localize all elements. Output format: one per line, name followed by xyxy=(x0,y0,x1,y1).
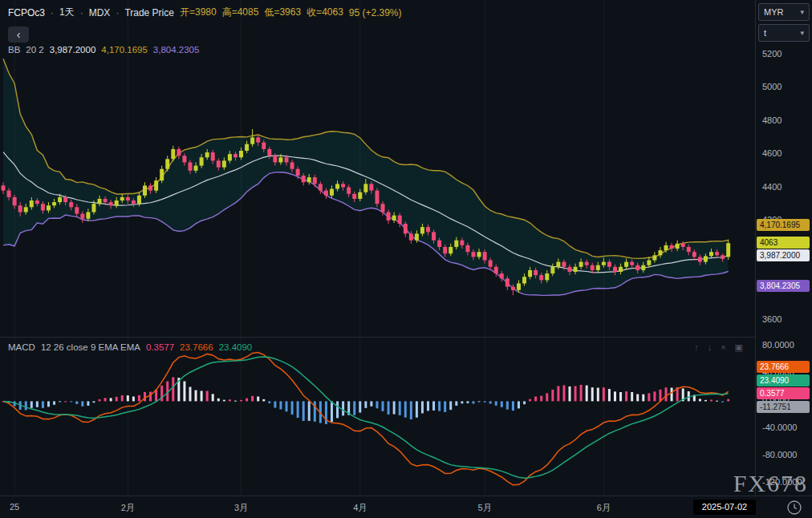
unit-value: t xyxy=(764,28,766,38)
chevron-down-icon: ▾ xyxy=(800,8,804,16)
time-axis-label: 25 xyxy=(0,502,30,512)
change-value: 95 (+2.39%) xyxy=(349,7,402,18)
pane-controls: ↑ ↓ × ▣ xyxy=(694,342,743,353)
bb-basis-value: 3,987.2000 xyxy=(50,45,96,55)
high-value: 4085 xyxy=(238,6,259,18)
macd-axis-tick: -40.0000 xyxy=(762,423,797,432)
open-label: 开= xyxy=(180,6,195,18)
move-pane-up-icon[interactable]: ↑ xyxy=(694,342,699,353)
time-axis-label: 2月 xyxy=(112,502,144,514)
exchange-label: MDX xyxy=(89,7,111,18)
bb-upper-tag: 4,170.1695 xyxy=(757,219,810,231)
close-field: 收=4063 xyxy=(307,6,343,19)
bb-upper-value: 4,170.1695 xyxy=(101,45,148,55)
time-axis-label: 3月 xyxy=(225,502,258,514)
clock-icon[interactable] xyxy=(786,500,802,516)
separator-dot: · xyxy=(116,7,119,18)
separator-dot: · xyxy=(51,7,54,18)
price-type-label: Trade Price xyxy=(124,7,174,18)
time-axis-label: 5月 xyxy=(469,502,501,514)
open-field: 开=3980 xyxy=(180,6,217,19)
high-label: 高= xyxy=(222,6,238,18)
price-axis-tick: 5200 xyxy=(762,49,782,59)
bb-legend[interactable]: BB 20 2 3,987.2000 4,170.1695 3,804.2305 xyxy=(8,45,199,55)
bb-name: BB xyxy=(8,45,20,55)
close-label: 收= xyxy=(307,6,322,18)
macd-axis-tick: -80.0000 xyxy=(762,450,797,459)
macd-signal-value: 23.4090 xyxy=(219,342,253,352)
macd-params: 12 26 close 9 EMA EMA xyxy=(41,342,140,352)
bb-lower-value: 3,804.2305 xyxy=(153,45,200,55)
price-axis-tick: 4400 xyxy=(762,182,782,192)
macd-legend[interactable]: MACD 12 26 close 9 EMA EMA 0.3577 23.766… xyxy=(8,342,252,352)
macd-aux-tag: -11.2751 xyxy=(757,401,810,413)
open-value: 3980 xyxy=(195,6,217,18)
close-pane-icon[interactable]: × xyxy=(721,342,725,353)
price-axis-tick: 5000 xyxy=(762,82,782,91)
maximize-pane-icon[interactable]: ▣ xyxy=(735,342,743,353)
macd-value-tag: 23.7666 xyxy=(757,361,810,373)
time-axis-label: 6月 xyxy=(587,502,619,514)
back-button[interactable]: ‹ xyxy=(8,26,29,42)
macd-chart-canvas[interactable] xyxy=(0,338,756,496)
high-field: 高=4085 xyxy=(222,6,259,19)
currency-select[interactable]: MYR ▾ xyxy=(758,3,810,21)
currency-value: MYR xyxy=(764,7,783,17)
price-axis-tick: 4800 xyxy=(762,115,782,125)
symbol-legend: FCPOc3 · 1天 · MDX · Trade Price 开=3980 高… xyxy=(8,6,402,19)
price-scale[interactable]: MYR ▾ t ▾ 520050004800460044004200400038… xyxy=(755,0,812,496)
price-axis-tick: 4600 xyxy=(762,148,782,158)
bb-params: 20 2 xyxy=(26,45,43,55)
bb-lower-tag: 3,804.2305 xyxy=(757,280,810,292)
current-date-box: 2025-07-02 xyxy=(693,500,756,515)
chevron-down-icon: ▾ xyxy=(800,29,804,37)
macd-pane[interactable]: MACD 12 26 close 9 EMA EMA 0.3577 23.766… xyxy=(0,337,756,496)
move-pane-down-icon[interactable]: ↓ xyxy=(708,342,713,353)
last-price-tag: 4063 xyxy=(757,237,810,249)
low-field: 低=3963 xyxy=(264,6,301,19)
macd-hist-value: 0.3577 xyxy=(146,342,174,352)
interval-label: 1天 xyxy=(59,6,75,19)
unit-select[interactable]: t ▾ xyxy=(758,24,810,42)
low-value: 3963 xyxy=(279,6,301,18)
price-axis-tick: 3600 xyxy=(762,314,782,324)
macd-name: MACD xyxy=(8,342,35,352)
close-value: 4063 xyxy=(322,6,343,18)
trading-chart-app: FCPOc3 · 1天 · MDX · Trade Price 开=3980 高… xyxy=(0,0,812,518)
watermark: FX678 xyxy=(733,470,808,497)
bb-basis-tag: 3,987.2000 xyxy=(757,249,810,261)
separator-dot: · xyxy=(80,7,83,18)
macd-axis-tick: 80.0000 xyxy=(762,340,794,350)
low-label: 低= xyxy=(264,6,279,18)
time-axis-label: 4月 xyxy=(344,502,376,514)
macd-line-value: 23.7666 xyxy=(180,342,213,352)
signal-value-tag: 23.4090 xyxy=(757,374,810,386)
time-scale[interactable]: 252月3月4月5月6月 2025-07-02 xyxy=(0,496,812,518)
price-pane[interactable]: FCPOc3 · 1天 · MDX · Trade Price 开=3980 高… xyxy=(0,0,756,337)
hist-value-tag: 0.3577 xyxy=(757,387,810,399)
symbol-name: FCPOc3 xyxy=(8,7,45,18)
